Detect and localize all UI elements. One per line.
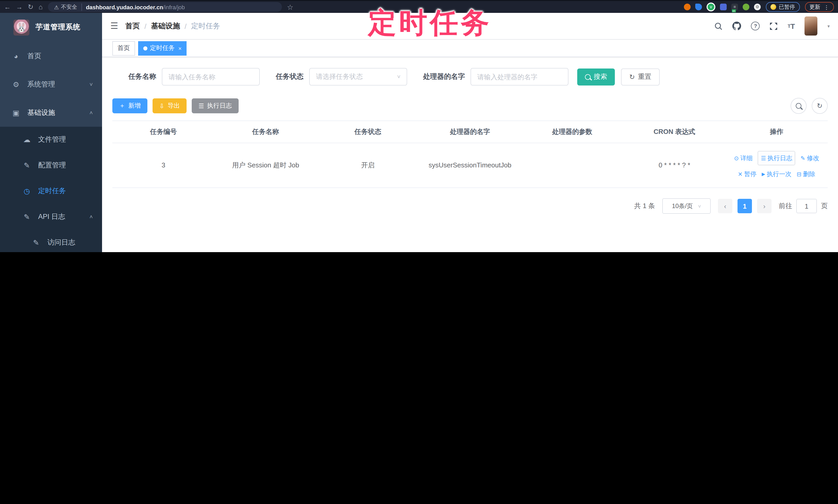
total-count: 共 1 条 [634, 201, 655, 211]
sidebar-item-file-management[interactable]: ☁ 文件管理 [0, 127, 102, 152]
page-size-select[interactable]: 10条/页 ˅ [662, 198, 711, 214]
job-status-placeholder: 请选择任务状态 [316, 72, 363, 82]
log-icon: ✎ [30, 238, 42, 247]
browser-menu-icon[interactable]: ⋮ [824, 4, 829, 10]
sidebar-item-access-logs[interactable]: ✎ 访问日志 [0, 230, 102, 252]
app-title: 芋道管理系统 [36, 23, 81, 32]
next-page-button[interactable]: › [757, 199, 771, 213]
run-once-link[interactable]: ▶执行一次 [762, 168, 792, 180]
tab-paused-pill[interactable]: 已暂停 [766, 2, 800, 12]
col-job-status: 任务状态 [317, 121, 419, 143]
browser-back-icon[interactable]: ← [4, 4, 11, 10]
extensions-puzzle-icon[interactable]: ⚙ [754, 4, 761, 10]
site-security[interactable]: ⚠ 不安全 [54, 3, 82, 11]
breadcrumb-infrastructure[interactable]: 基础设施 [151, 21, 180, 31]
toggle-search-button[interactable] [790, 98, 806, 114]
screen: ← → ↻ ⌂ ⚠ 不安全 dashboard.yudao.iocoder.cn… [0, 0, 838, 252]
filter-form: 任务名称 任务状态 请选择任务状态 ˅ 处理器的名字 搜索 [128, 68, 828, 86]
cell-handler-param [521, 143, 623, 188]
browser-update-button[interactable]: 更新 ⋮ [805, 2, 834, 12]
fullscreen-icon[interactable] [770, 22, 778, 30]
detail-link[interactable]: ⊙详细 [734, 152, 752, 164]
browser-forward-icon[interactable]: → [16, 4, 23, 10]
list-icon: ☰ [198, 102, 204, 109]
col-handler-name: 处理器的名字 [419, 121, 521, 143]
sidebar-item-scheduled-jobs[interactable]: ◷ 定时任务 [0, 178, 102, 204]
tag-scheduled-jobs[interactable]: 定时任务 × [138, 41, 187, 55]
edit-icon: ✎ [21, 161, 33, 169]
address-bar[interactable]: ⚠ 不安全 dashboard.yudao.iocoder.cn/infra/j… [48, 2, 282, 12]
col-cron: CRON 表达式 [623, 121, 726, 143]
sidebar-item-label: API 日志 [38, 212, 65, 221]
jobs-table: 任务编号 任务名称 任务状态 处理器的名字 处理器的参数 CRON 表达式 操作… [112, 121, 828, 188]
refresh-table-button[interactable]: ↻ [812, 98, 828, 114]
reset-button[interactable]: ↻ 重置 [621, 68, 660, 85]
extension-list-icon[interactable]: ≡on [731, 4, 738, 10]
tag-label: 定时任务 [150, 44, 175, 53]
search-icon [585, 74, 591, 79]
url-path: /infra/job [163, 4, 185, 10]
search-icon[interactable] [715, 22, 723, 30]
sidebar-item-infrastructure[interactable]: ▣ 基础设施 ˄ [0, 98, 102, 127]
gear-icon: ⚙ [10, 80, 22, 88]
add-button[interactable]: ＋ 新增 [112, 98, 147, 113]
timer-icon: ◷ [21, 187, 33, 195]
table-toolbar: ＋ 新增 ⇩ 导出 ☰ 执行日志 ↻ [112, 98, 828, 114]
table-header-row: 任务编号 任务名称 任务状态 处理器的名字 处理器的参数 CRON 表达式 操作 [112, 121, 828, 143]
export-button[interactable]: ⇩ 导出 [153, 98, 187, 113]
tag-label: 首页 [118, 44, 130, 53]
infrastructure-icon: ▣ [10, 108, 22, 117]
log-icon: ✎ [21, 213, 33, 221]
detail-label: 详细 [740, 152, 753, 164]
extension-green-check-icon[interactable]: v [706, 3, 715, 11]
breadcrumb-current: 定时任务 [191, 21, 220, 31]
github-icon[interactable] [733, 22, 741, 30]
exec-log-link[interactable]: ☰执行日志 [758, 151, 796, 165]
sidebar-item-label: 文件管理 [38, 135, 66, 144]
help-icon[interactable]: ? [751, 22, 760, 30]
sidebar-item-label: 定时任务 [38, 186, 66, 196]
search-button[interactable]: 搜索 [577, 68, 615, 85]
page-1-button[interactable]: 1 [737, 199, 752, 213]
cloud-upload-icon: ☁ [21, 136, 33, 144]
extension-orange-icon[interactable] [684, 4, 691, 10]
hamburger-icon[interactable]: ☰ [110, 21, 118, 32]
sidebar-submenu: ☁ 文件管理 ✎ 配置管理 ◷ 定时任务 ✎ API 日志 ˄ [0, 127, 102, 252]
goto-page-input[interactable] [796, 199, 817, 213]
paused-label: 已暂停 [779, 3, 795, 11]
prev-page-button[interactable]: ‹ [718, 199, 732, 213]
delete-link[interactable]: ⊟删除 [797, 168, 815, 180]
col-job-name: 任务名称 [215, 121, 317, 143]
sidebar-item-api-logs[interactable]: ✎ API 日志 ˄ [0, 204, 102, 230]
edit-link[interactable]: ✎修改 [801, 152, 819, 164]
browser-home-icon[interactable]: ⌂ [39, 4, 43, 10]
cell-cron: 0 * * * * ? * [623, 143, 726, 188]
pause-label: 暂停 [744, 168, 756, 180]
user-avatar[interactable] [805, 17, 818, 36]
browser-reload-icon[interactable]: ↻ [28, 4, 34, 10]
text-size-icon[interactable]: TT [788, 22, 795, 30]
sidebar-item-home[interactable]: ◕ 首页 [0, 42, 102, 70]
close-icon[interactable]: × [178, 45, 182, 51]
app-logo-row[interactable]: 🐰 芋道管理系统 [0, 13, 102, 42]
tag-home[interactable]: 首页 [112, 41, 135, 55]
bookmark-star-icon[interactable]: ☆ [287, 3, 294, 11]
search-button-label: 搜索 [594, 72, 607, 82]
sidebar-item-system[interactable]: ⚙ 系统管理 ˅ [0, 70, 102, 98]
extension-leaf-icon[interactable] [743, 4, 749, 10]
extension-grid-icon[interactable] [720, 4, 727, 10]
list-icon: ☰ [761, 152, 766, 164]
job-name-input[interactable] [162, 68, 260, 86]
extension-blue-drop-icon[interactable] [695, 4, 702, 10]
pause-link[interactable]: ✕暂停 [738, 168, 756, 180]
handler-name-input[interactable] [471, 68, 569, 86]
sidebar-item-config-management[interactable]: ✎ 配置管理 [0, 152, 102, 178]
user-menu-caret-icon[interactable]: ▾ [827, 23, 830, 29]
exec-log-button[interactable]: ☰ 执行日志 [192, 98, 239, 113]
pencil-icon: ✎ [801, 152, 805, 164]
toolbar-right: ↻ [790, 98, 828, 114]
breadcrumb-home[interactable]: 首页 [125, 21, 140, 31]
exec-log-label: 执行日志 [768, 152, 792, 164]
job-status-select[interactable]: 请选择任务状态 ˅ [309, 68, 407, 86]
cell-job-name: 用户 Session 超时 Job [215, 143, 317, 188]
